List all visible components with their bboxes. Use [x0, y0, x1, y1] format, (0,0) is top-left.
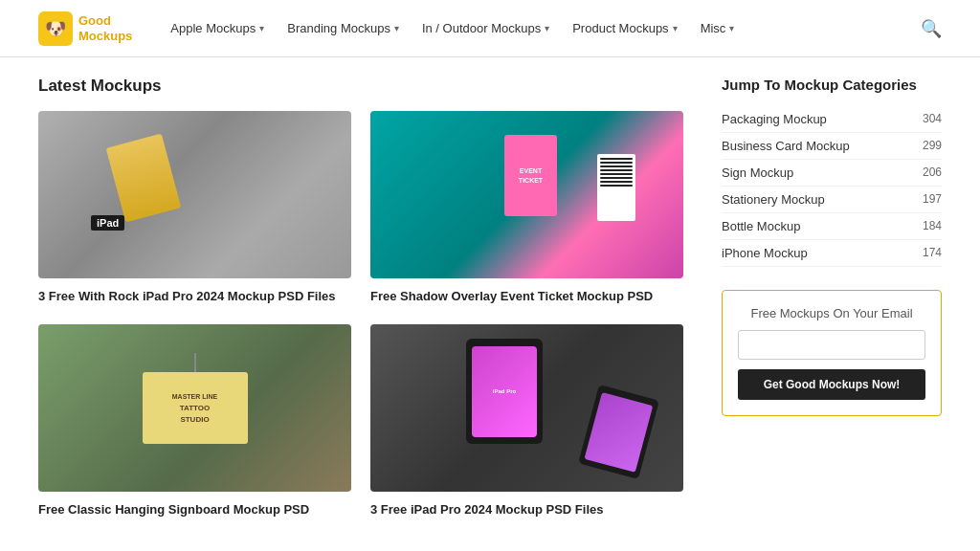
category-label: Packaging Mockup: [722, 112, 827, 126]
nav-item-product[interactable]: Product Mockups ▾: [563, 15, 686, 41]
category-item-stationery[interactable]: Stationery Mockup 197: [722, 187, 942, 213]
mockup-card-sign[interactable]: MASTER LINE TATTOO STUDIO Free Classic H…: [38, 324, 351, 518]
chevron-down-icon: ▾: [729, 23, 734, 33]
ipad-device: iPad Pro: [466, 339, 543, 444]
category-label: Business Card Mockup: [722, 139, 850, 153]
category-label: Sign Mockup: [722, 165, 793, 180]
category-count: 184: [923, 219, 942, 233]
ipad-screen: iPad Pro: [472, 346, 537, 437]
mockup-image-ticket: EVENTTICKET: [370, 111, 683, 278]
sign-board: MASTER LINE TATTOO STUDIO: [143, 372, 248, 444]
sidebar-section-title: Jump To Mockup Categories: [722, 77, 942, 93]
nav-item-apple[interactable]: Apple Mockups ▾: [161, 15, 274, 41]
content-left: Latest Mockups 3 Free With Rock iPad Pro…: [38, 77, 683, 518]
category-count: 206: [923, 165, 942, 180]
logo-text: Good Mockups: [78, 13, 132, 43]
logo-icon: 🐶: [38, 11, 73, 46]
mockup-card-ipadpro[interactable]: iPad Pro 3 Free iPad Pro 2024 Mockup PSD…: [370, 324, 683, 518]
category-label: Stationery Mockup: [722, 192, 825, 207]
search-button[interactable]: 🔍: [921, 18, 942, 39]
content-right: Jump To Mockup Categories Packaging Mock…: [722, 77, 942, 518]
email-input[interactable]: [738, 330, 925, 360]
ipad-second: [578, 385, 659, 479]
mockup-title-ipadpro: 3 Free iPad Pro 2024 Mockup PSD Files: [370, 501, 683, 518]
mockup-title-sign: Free Classic Hanging Signboard Mockup PS…: [38, 501, 351, 518]
category-item-packaging[interactable]: Packaging Mockup 304: [722, 106, 942, 133]
mockup-image-ipadpro: iPad Pro: [370, 324, 683, 492]
email-submit-button[interactable]: Get Good Mockups Now!: [738, 369, 925, 400]
email-box-title: Free Mockups On Your Email: [738, 306, 925, 320]
mockup-image-sign: MASTER LINE TATTOO STUDIO: [38, 324, 351, 492]
mockup-card-ticket[interactable]: EVENTTICKET Free Shadow Overlay Event Ti…: [370, 111, 683, 305]
nav-item-misc[interactable]: Misc ▾: [691, 15, 745, 41]
mockup-title-ticket: Free Shadow Overlay Event Ticket Mockup …: [370, 288, 683, 305]
category-list: Packaging Mockup 304 Business Card Mocku…: [722, 106, 942, 267]
main-nav: Apple Mockups ▾ Branding Mockups ▾ In / …: [161, 15, 921, 41]
mockup-image-ipad1: [38, 111, 351, 278]
email-signup-box: Free Mockups On Your Email Get Good Mock…: [722, 290, 942, 416]
nav-item-branding[interactable]: Branding Mockups ▾: [278, 15, 409, 41]
logo[interactable]: 🐶 Good Mockups: [38, 11, 132, 46]
barcode: [597, 154, 635, 221]
category-count: 197: [923, 192, 942, 207]
chevron-down-icon: ▾: [259, 23, 264, 33]
category-item-iphone[interactable]: iPhone Mockup 174: [722, 240, 942, 267]
nav-item-indoor[interactable]: In / Outdoor Mockups ▾: [412, 15, 559, 41]
section-title: Latest Mockups: [38, 77, 683, 96]
category-label: Bottle Mockup: [722, 219, 800, 233]
category-count: 304: [923, 112, 942, 126]
topbar: 🐶 Good Mockups Apple Mockups ▾ Branding …: [0, 0, 980, 57]
category-item-sign[interactable]: Sign Mockup 206: [722, 160, 942, 187]
category-item-businesscard[interactable]: Business Card Mockup 299: [722, 133, 942, 160]
chevron-down-icon: ▾: [394, 23, 399, 33]
category-item-bottle[interactable]: Bottle Mockup 184: [722, 213, 942, 240]
logo-emoji: 🐶: [45, 18, 66, 39]
mockup-title-ipad1: 3 Free With Rock iPad Pro 2024 Mockup PS…: [38, 288, 351, 305]
chevron-down-icon: ▾: [545, 23, 549, 33]
mockup-card-ipad1[interactable]: 3 Free With Rock iPad Pro 2024 Mockup PS…: [38, 111, 351, 305]
ticket-card: EVENTTICKET: [504, 135, 557, 216]
category-label: iPhone Mockup: [722, 246, 808, 260]
mockup-grid: 3 Free With Rock iPad Pro 2024 Mockup PS…: [38, 111, 683, 518]
category-count: 299: [923, 139, 942, 153]
main-wrapper: Latest Mockups 3 Free With Rock iPad Pro…: [0, 57, 980, 551]
chevron-down-icon: ▾: [673, 23, 678, 33]
category-count: 174: [923, 246, 942, 260]
